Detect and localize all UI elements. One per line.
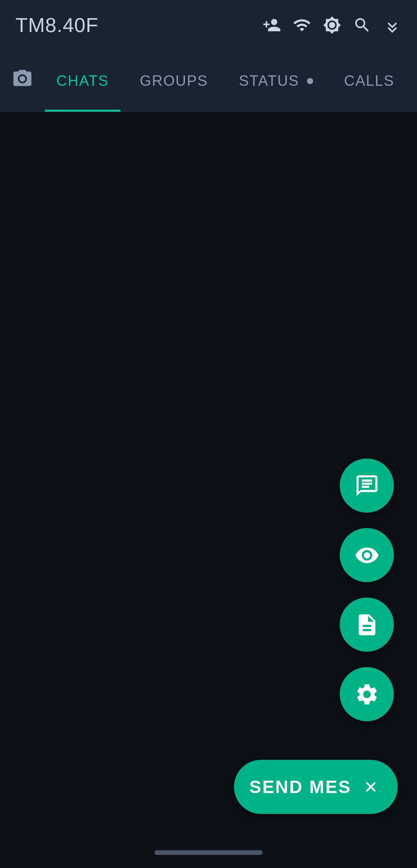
bottom-indicator [0, 837, 417, 868]
main-content: SEND MES ✕ [0, 112, 417, 837]
tab-chats[interactable]: CHATS [41, 50, 124, 112]
document-fab-button[interactable] [340, 598, 394, 652]
status-bar-icons [263, 16, 402, 34]
status-bar: TM8.40F [0, 0, 417, 50]
settings-fab-button[interactable] [340, 667, 394, 721]
brightness-icon [323, 16, 341, 34]
send-message-bar[interactable]: SEND MES ✕ [234, 760, 398, 814]
document-icon [354, 612, 380, 637]
tab-calls-label: CALLS [344, 73, 394, 89]
tab-calls[interactable]: CALLS [329, 50, 410, 112]
tab-chats-label: CHATS [56, 73, 109, 89]
status-dot [307, 78, 313, 84]
tabs: CHATS GROUPS STATUS CALLS [41, 50, 410, 112]
search-icon[interactable] [353, 16, 371, 34]
tab-groups[interactable]: GROUPS [124, 50, 224, 112]
camera-icon [12, 68, 33, 94]
tab-status-label-wrap: STATUS [239, 73, 313, 89]
compose-fab-button[interactable] [340, 459, 394, 513]
status-bar-time: TM8.40F [15, 14, 98, 37]
tab-status-text: STATUS [239, 73, 299, 89]
overflow-icon[interactable] [383, 16, 402, 34]
send-message-label: SEND MES [249, 776, 351, 797]
compose-icon [354, 473, 380, 498]
settings-icon [354, 682, 380, 707]
fab-container [340, 459, 394, 721]
status-bar-left: TM8.40F [15, 14, 98, 37]
tab-groups-label: GROUPS [140, 73, 208, 89]
add-contact-icon[interactable] [263, 16, 281, 34]
bottom-pill [154, 850, 263, 855]
camera-button[interactable] [12, 68, 33, 94]
tab-status[interactable]: STATUS [224, 50, 329, 112]
tab-bar: CHATS GROUPS STATUS CALLS [0, 50, 417, 112]
view-fab-button[interactable] [340, 528, 394, 582]
close-icon[interactable]: ✕ [359, 775, 382, 798]
wifi-icon [293, 16, 311, 34]
eye-icon [354, 543, 380, 568]
